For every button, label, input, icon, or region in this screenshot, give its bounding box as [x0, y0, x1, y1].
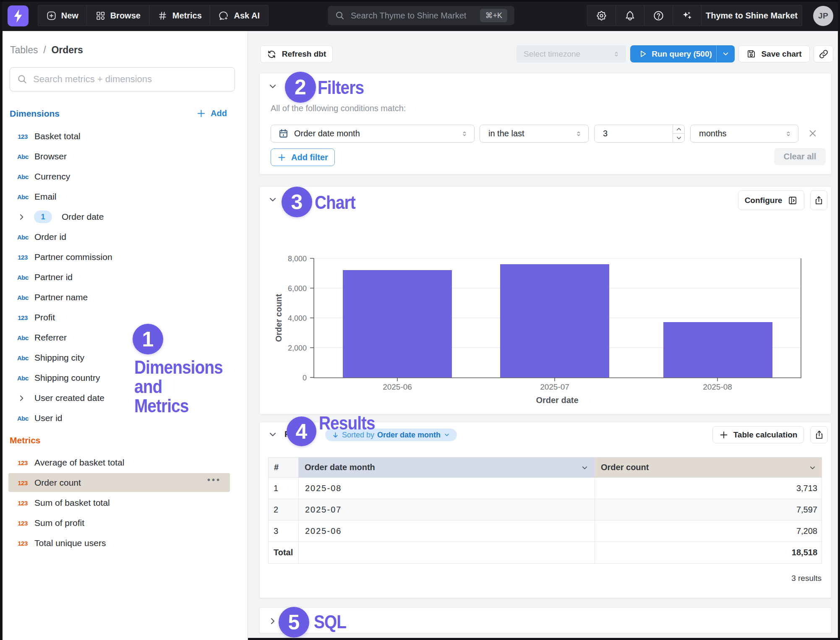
- svg-text:0: 0: [303, 374, 307, 382]
- svg-text:4,000: 4,000: [288, 314, 307, 323]
- svg-text:Order date: Order date: [536, 395, 578, 405]
- svg-text:2,000: 2,000: [288, 344, 307, 352]
- svg-text:6,000: 6,000: [288, 284, 307, 293]
- svg-text:8,000: 8,000: [288, 255, 307, 263]
- svg-text:2025-07: 2025-07: [540, 382, 569, 391]
- svg-text:2025-08: 2025-08: [703, 382, 732, 391]
- svg-text:2025-06: 2025-06: [383, 382, 412, 391]
- svg-text:Order count: Order count: [274, 294, 283, 342]
